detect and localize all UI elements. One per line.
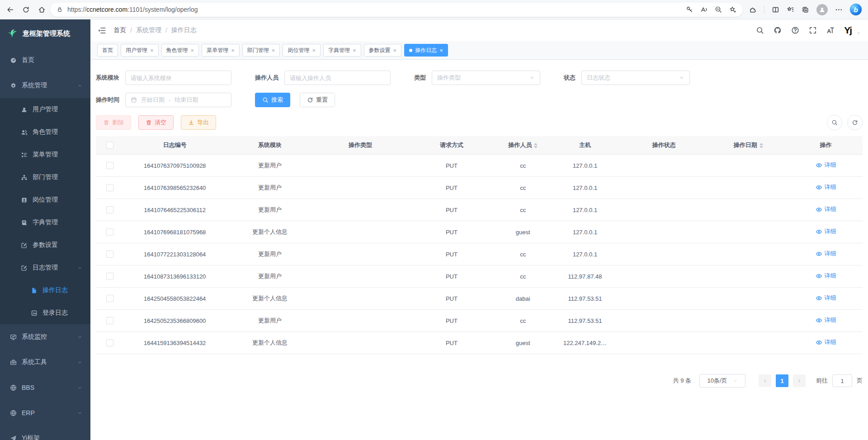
status-select[interactable]: 日志状态 xyxy=(581,71,690,85)
sort-caret-icon[interactable] xyxy=(534,143,538,148)
tab-菜单管理[interactable]: 菜单管理× xyxy=(202,44,240,57)
close-tab-icon[interactable]: × xyxy=(191,47,194,53)
row-checkbox[interactable] xyxy=(106,251,113,258)
tab-岗位管理[interactable]: 岗位管理× xyxy=(283,44,321,57)
row-checkbox[interactable] xyxy=(106,273,113,280)
close-tab-icon[interactable]: × xyxy=(353,47,356,53)
breadcrumb-home[interactable]: 首页 xyxy=(113,26,126,34)
sidebar-item-role-mgmt[interactable]: 角色管理 xyxy=(0,121,90,143)
sidebar-item-yi-framework[interactable]: Yi框架 xyxy=(0,426,90,440)
address-bar[interactable]: https://ccnetcore.com:1101/system/log/op… xyxy=(50,3,743,17)
operator-input[interactable] xyxy=(284,71,391,85)
type-select[interactable]: 操作类型 xyxy=(432,71,540,85)
help-button[interactable] xyxy=(791,26,799,34)
tab-部门管理[interactable]: 部门管理× xyxy=(242,44,280,57)
next-page-button[interactable] xyxy=(793,374,806,387)
close-tab-icon[interactable]: × xyxy=(439,47,443,53)
detail-link[interactable]: 详细 xyxy=(816,161,836,169)
menu-fold-icon[interactable] xyxy=(98,26,106,35)
app-logo[interactable]: 意框架管理系统 xyxy=(0,19,90,47)
collections-button[interactable] xyxy=(802,6,809,14)
current-page[interactable]: 1 xyxy=(776,374,788,387)
fullscreen-button[interactable] xyxy=(809,26,817,34)
sidebar-item-post-mgmt[interactable]: 岗位管理 xyxy=(0,189,90,211)
search-button[interactable]: 搜索 xyxy=(255,93,290,107)
search-button[interactable] xyxy=(756,26,764,34)
row-checkbox[interactable] xyxy=(106,339,113,346)
sidebar-item-home[interactable]: 首页 xyxy=(0,47,90,73)
select-all-checkbox[interactable] xyxy=(106,142,113,149)
tab-参数设置[interactable]: 参数设置× xyxy=(364,44,402,57)
back-button[interactable] xyxy=(6,6,14,14)
favorites-bar-button[interactable] xyxy=(787,6,794,14)
home-button[interactable] xyxy=(38,6,46,14)
close-tab-icon[interactable]: × xyxy=(393,47,397,53)
row-checkbox[interactable] xyxy=(106,162,113,169)
sidebar-item-log-mgmt[interactable]: 日志管理 xyxy=(0,256,90,279)
close-tab-icon[interactable]: × xyxy=(272,47,275,53)
detail-link[interactable]: 详细 xyxy=(816,316,836,324)
sidebar-item-oper-log[interactable]: 操作日志 xyxy=(0,279,90,302)
date-range-input[interactable]: 开始日期 - 结束日期 xyxy=(125,93,231,107)
sidebar-item-dept-mgmt[interactable]: 部门管理 xyxy=(0,166,90,189)
tab-用户管理[interactable]: 用户管理× xyxy=(121,44,159,57)
delete-button[interactable]: 删除 xyxy=(96,115,131,130)
puzzle-button[interactable] xyxy=(749,6,757,14)
goto-page-input[interactable] xyxy=(832,374,852,387)
github-button[interactable] xyxy=(774,26,782,34)
table-refresh-button[interactable] xyxy=(847,115,863,130)
sidebar-item-menu-mgmt[interactable]: 菜单管理 xyxy=(0,143,90,166)
column-header-请求方式: 请求方式 xyxy=(407,141,496,149)
zoom-out-button[interactable] xyxy=(715,6,722,13)
split-screen-button[interactable] xyxy=(772,6,779,14)
row-checkbox[interactable] xyxy=(106,184,113,191)
read-aloud-button[interactable] xyxy=(700,6,708,13)
sidebar-item-sys-monitor[interactable]: 系统监控 xyxy=(0,324,90,350)
close-tab-icon[interactable]: × xyxy=(231,47,235,53)
row-checkbox[interactable] xyxy=(106,295,113,302)
sidebar-item-user-mgmt[interactable]: 用户管理 xyxy=(0,98,90,121)
sidebar-item-sys-tools[interactable]: 系统工具 xyxy=(0,350,90,375)
profile-avatar[interactable] xyxy=(816,4,828,15)
page-size-select[interactable]: 10条/页 xyxy=(699,374,745,388)
tab-角色管理[interactable]: 角色管理× xyxy=(161,44,199,57)
copilot-icon[interactable]: b xyxy=(850,4,862,15)
sidebar-item-login-log[interactable]: 登录日志 xyxy=(0,302,90,324)
reset-button[interactable]: 重置 xyxy=(300,93,335,107)
row-checkbox[interactable] xyxy=(106,317,113,324)
sort-caret-icon[interactable] xyxy=(760,143,763,148)
table-search-button[interactable] xyxy=(827,115,842,130)
chevron-left-icon xyxy=(762,378,768,383)
reload-button[interactable] xyxy=(22,6,30,14)
detail-link[interactable]: 详细 xyxy=(816,205,836,213)
clear-button[interactable]: 清空 xyxy=(138,115,174,130)
sidebar-item-param-settings[interactable]: 参数设置 xyxy=(0,234,90,256)
star-add-button[interactable] xyxy=(729,6,736,13)
detail-link[interactable]: 详细 xyxy=(816,183,836,191)
detail-link[interactable]: 详细 xyxy=(816,294,836,302)
close-tab-icon[interactable]: × xyxy=(150,47,154,53)
font-size-button[interactable] xyxy=(826,26,835,34)
sidebar-item-system-mgmt[interactable]: 系统管理 xyxy=(0,73,90,98)
export-button[interactable]: 导出 xyxy=(181,115,216,130)
yi-corner-logo[interactable]: Yj xyxy=(844,25,851,36)
detail-link[interactable]: 详细 xyxy=(816,272,836,280)
sidebar-item-erp[interactable]: ERP xyxy=(0,400,90,426)
row-checkbox[interactable] xyxy=(106,206,113,213)
close-tab-icon[interactable]: × xyxy=(312,47,316,53)
detail-link[interactable]: 详细 xyxy=(816,227,836,236)
tab-字典管理[interactable]: 字典管理× xyxy=(323,44,361,57)
tab-首页[interactable]: 首页 xyxy=(97,44,118,57)
tab-操作日志[interactable]: 操作日志× xyxy=(404,44,448,57)
detail-link[interactable]: 详细 xyxy=(816,338,836,346)
key-button[interactable] xyxy=(686,6,693,13)
prev-page-button[interactable] xyxy=(759,374,771,387)
chevron-down-icon[interactable] xyxy=(856,31,861,35)
more-button[interactable] xyxy=(835,6,843,14)
detail-link[interactable]: 详细 xyxy=(816,250,836,258)
breadcrumb-section[interactable]: 系统管理 xyxy=(136,26,161,34)
sidebar-item-bbs[interactable]: BBS xyxy=(0,375,90,400)
sidebar-item-dict-mgmt[interactable]: 字典管理 xyxy=(0,211,90,234)
row-checkbox[interactable] xyxy=(106,228,113,236)
module-input[interactable] xyxy=(125,71,231,85)
